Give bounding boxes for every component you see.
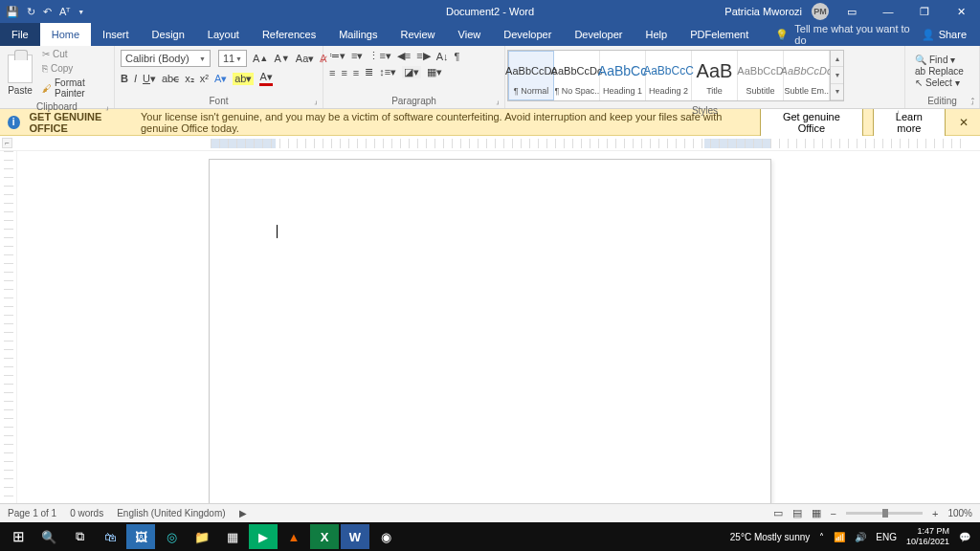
highlight-icon[interactable]: ab▾ (233, 73, 254, 85)
tab-design[interactable]: Design (141, 23, 196, 46)
underline-icon[interactable]: U▾ (143, 73, 156, 85)
excel-icon[interactable]: X (310, 524, 339, 549)
multilevel-icon[interactable]: ⋮≡▾ (368, 50, 390, 62)
chrome-icon[interactable]: ◉ (371, 524, 400, 549)
save-icon[interactable]: 💾 (6, 6, 19, 18)
tab-references[interactable]: References (251, 23, 327, 46)
align-center-icon[interactable]: ≡ (341, 67, 346, 78)
shrink-font-icon[interactable]: A▼ (274, 53, 289, 64)
paste-button[interactable]: Paste (4, 53, 36, 96)
find-button[interactable]: 🔍Find ▾ (915, 55, 964, 65)
volume-icon[interactable]: 🔊 (855, 532, 866, 542)
numbering-icon[interactable]: ≡▾ (351, 50, 363, 62)
change-case-icon[interactable]: Aa▾ (296, 53, 314, 65)
photos-icon[interactable]: 🖼 (126, 524, 155, 549)
web-layout-icon[interactable]: ▦ (812, 507, 821, 519)
edge-icon[interactable]: ◎ (157, 524, 186, 549)
show-marks-icon[interactable]: ¶ (455, 51, 460, 62)
tray-chevron-icon[interactable]: ˄ (819, 532, 824, 542)
style-heading2[interactable]: AaBbCcCHeading 2 (646, 51, 692, 100)
vlc-icon[interactable]: ▲ (279, 524, 308, 549)
tab-layout[interactable]: Layout (196, 23, 251, 46)
movies-icon[interactable]: ▶ (249, 524, 278, 549)
sort-icon[interactable]: A↓ (436, 51, 449, 62)
grow-font-icon[interactable]: A▲ (253, 53, 268, 64)
store-icon[interactable]: 🛍 (96, 524, 124, 549)
user-name[interactable]: Patricia Mworozi (724, 6, 802, 17)
language[interactable]: English (United Kingdom) (117, 508, 225, 518)
style-title[interactable]: AaBTitle (692, 51, 738, 100)
strike-icon[interactable]: abc̶ (162, 73, 179, 85)
outdent-icon[interactable]: ◀≡ (397, 50, 411, 62)
read-mode-icon[interactable]: ▭ (773, 507, 783, 519)
styles-more[interactable]: ▴▾▾ (830, 51, 843, 100)
start-button[interactable]: ⊞ (4, 524, 33, 549)
banner-close-icon[interactable]: ✕ (955, 116, 972, 129)
indent-icon[interactable]: ≡▶ (416, 50, 430, 62)
clock[interactable]: 1:47 PM 10/16/2021 (906, 526, 949, 547)
zoom-slider[interactable] (846, 512, 923, 515)
tab-help[interactable]: Help (635, 23, 679, 46)
borders-icon[interactable]: ▦▾ (427, 66, 442, 78)
tab-developer[interactable]: Developer (492, 23, 563, 46)
replace-button[interactable]: abReplace (915, 66, 964, 77)
share-button[interactable]: 👤 Share (922, 23, 980, 46)
macro-icon[interactable]: ▶ (239, 508, 247, 518)
font-size-input[interactable]: 11▼ (218, 50, 247, 67)
copy-button[interactable]: ⎘Copy (40, 62, 110, 75)
keyboard-lang[interactable]: ENG (876, 532, 897, 542)
justify-icon[interactable]: ≣ (365, 66, 373, 78)
document-page[interactable] (209, 159, 771, 551)
tab-selector[interactable]: ⌐ (2, 138, 12, 148)
wifi-icon[interactable]: 📶 (834, 532, 845, 542)
maximize-icon[interactable]: ❐ (911, 6, 938, 18)
style-no-spacing[interactable]: AaBbCcDc¶ No Spac... (554, 51, 600, 100)
word-icon[interactable]: W (341, 524, 369, 549)
align-left-icon[interactable]: ≡ (329, 67, 335, 78)
tab-developer-2[interactable]: Developer (563, 23, 634, 46)
zoom-out-icon[interactable]: − (831, 508, 836, 519)
tab-review[interactable]: Review (390, 23, 447, 46)
collapse-ribbon-icon[interactable]: ˆ (971, 97, 974, 106)
notifications-icon[interactable]: 💬 (959, 532, 970, 542)
ribbon-options-icon[interactable]: ▭ (838, 6, 865, 18)
tell-me-search[interactable]: 💡 Tell me what you want to do (760, 23, 921, 46)
font-name-input[interactable]: Calibri (Body)▼ (121, 50, 211, 67)
autosave-icon[interactable]: ↻ (27, 6, 35, 18)
text-effects-icon[interactable]: A▾ (214, 73, 227, 85)
style-heading1[interactable]: AaBbCcHeading 1 (600, 51, 646, 100)
shading-icon[interactable]: ◪▾ (402, 66, 421, 78)
undo-icon[interactable]: ↶ (43, 6, 52, 18)
print-layout-icon[interactable]: ▤ (792, 507, 802, 519)
tab-file[interactable]: File (0, 23, 40, 46)
cut-button[interactable]: ✂Cut (40, 48, 110, 60)
line-spacing-icon[interactable]: ↕≡▾ (379, 66, 396, 78)
style-subtitle[interactable]: AaBbCcDSubtitle (738, 51, 784, 100)
select-button[interactable]: ↖Select ▾ (915, 77, 964, 88)
italic-icon[interactable]: I (134, 73, 137, 84)
horizontal-ruler[interactable]: ⌐ (0, 136, 980, 151)
tab-insert[interactable]: Insert (91, 23, 141, 46)
minimize-icon[interactable]: — (875, 6, 902, 17)
page-count[interactable]: Page 1 of 1 (8, 508, 56, 518)
qat-dropdown-icon[interactable]: ▼ (78, 9, 84, 15)
word-count[interactable]: 0 words (70, 508, 103, 518)
tab-view[interactable]: View (447, 23, 493, 46)
touch-mode-icon[interactable]: Aᵀ (59, 6, 70, 18)
explorer-icon[interactable]: 📁 (188, 524, 216, 549)
style-normal[interactable]: AaBbCcDc¶ Normal (508, 51, 554, 100)
weather[interactable]: 25°C Mostly sunny (730, 532, 810, 542)
tab-pdfelement[interactable]: PDFelement (679, 23, 760, 46)
bullets-icon[interactable]: ≔▾ (329, 50, 345, 62)
zoom-in-icon[interactable]: + (932, 508, 938, 519)
bold-icon[interactable]: B (121, 73, 128, 84)
align-right-icon[interactable]: ≡ (353, 67, 359, 78)
tab-mailings[interactable]: Mailings (327, 23, 389, 46)
subscript-icon[interactable]: x₂ (185, 73, 194, 85)
tab-home[interactable]: Home (40, 23, 91, 46)
format-painter-button[interactable]: 🖌Format Painter (40, 77, 110, 99)
vertical-ruler[interactable] (0, 151, 17, 511)
font-color-icon[interactable]: A▾ (259, 71, 272, 86)
zoom-level[interactable]: 100% (947, 508, 972, 518)
task-view-icon[interactable]: ⧉ (65, 524, 94, 549)
